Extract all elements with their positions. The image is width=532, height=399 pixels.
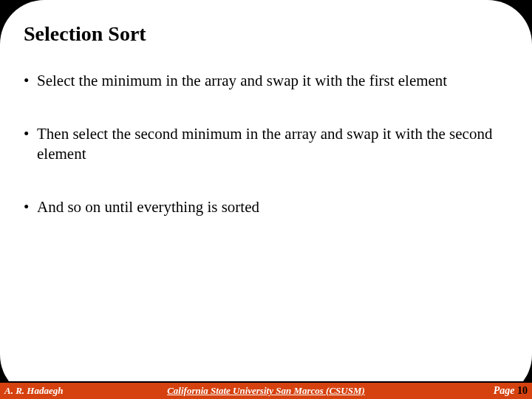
- bullet-item: • And so on until everything is sorted: [24, 197, 508, 216]
- footer-institution: California State University San Marcos (…: [0, 385, 532, 397]
- slide-card: Selection Sort • Select the minimum in t…: [0, 0, 532, 399]
- slide-footer: A. R. Hadaegh California State Universit…: [0, 381, 532, 399]
- footer-page: Page 10: [494, 385, 528, 397]
- bullet-item: • Then select the second minimum in the …: [24, 124, 508, 163]
- bullet-text: And so on until everything is sorted: [37, 197, 508, 216]
- slide-title: Selection Sort: [24, 22, 146, 46]
- bullet-dot-icon: •: [24, 71, 34, 90]
- bullet-text: Select the minimum in the array and swap…: [37, 71, 508, 90]
- bullet-dot-icon: •: [24, 124, 34, 143]
- bullet-dot-icon: •: [24, 197, 34, 216]
- bullet-item: • Select the minimum in the array and sw…: [24, 71, 508, 90]
- footer-page-number: 10: [517, 385, 528, 396]
- bullet-text: Then select the second minimum in the ar…: [37, 124, 508, 163]
- footer-page-label: Page: [494, 385, 517, 396]
- slide-body: • Select the minimum in the array and sw…: [24, 71, 508, 250]
